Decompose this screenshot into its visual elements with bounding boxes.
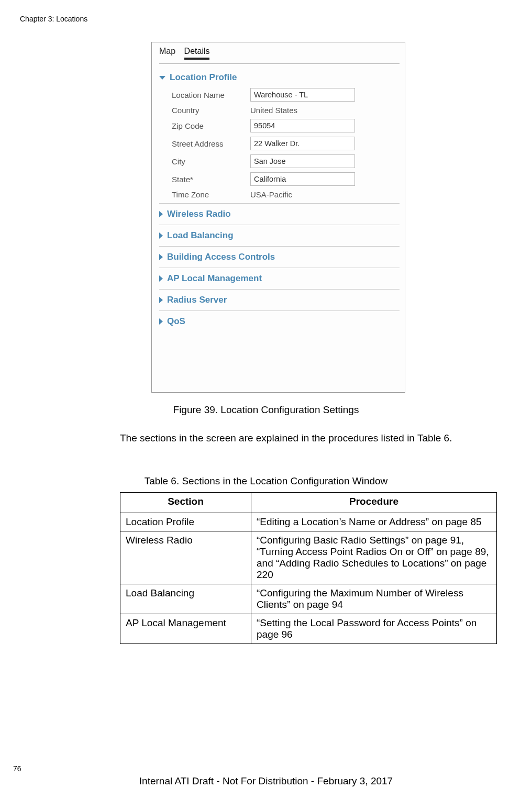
label-zip: Zip Code [172,121,250,130]
tab-divider [159,63,400,64]
input-zip[interactable] [250,119,355,132]
divider [159,310,400,311]
value-country: United States [250,106,297,115]
row-location-name: Location Name [172,88,400,102]
section-title: Radius Server [167,295,227,305]
section-building-access[interactable]: Building Access Controls [159,252,400,262]
caret-right-icon [159,297,163,303]
label-state: State* [172,175,250,184]
section-ap-local[interactable]: AP Local Management [159,273,400,284]
footer-text: Internal ATI Draft - Not For Distributio… [0,775,532,787]
chapter-header: Chapter 3: Locations [20,15,87,23]
cell-section: Wireless Radio [120,531,251,584]
row-city: City [172,154,400,168]
cell-section: Load Balancing [120,584,251,614]
cell-procedure: “Configuring the Maximum Number of Wirel… [251,584,497,614]
row-country: Country United States [172,106,400,115]
row-timezone: Time Zone USA-Pacific [172,190,400,199]
label-street: Street Address [172,139,250,148]
divider [159,246,400,247]
caret-right-icon [159,232,163,239]
caret-right-icon [159,318,163,325]
label-location-name: Location Name [172,91,250,99]
row-state: State* [172,172,400,186]
label-country: Country [172,106,250,115]
divider [159,203,400,204]
input-street[interactable] [250,137,355,150]
cell-procedure: “Setting the Local Password for Access P… [251,614,497,644]
sections-table: Section Procedure Location Profile “Edit… [120,492,497,644]
body-paragraph: The sections in the screen are explained… [120,431,497,445]
row-street: Street Address [172,137,400,150]
th-procedure: Procedure [251,493,497,513]
figure-screenshot: Map Details Location Profile Location Na… [151,42,405,393]
section-title: Location Profile [170,72,237,83]
section-title: Wireless Radio [167,209,231,219]
section-title: Load Balancing [167,230,234,241]
cell-section: AP Local Management [120,614,251,644]
cell-procedure: “Configuring Basic Radio Settings” on pa… [251,531,497,584]
figure-caption: Figure 39. Location Configuration Settin… [0,404,532,416]
row-zip: Zip Code [172,119,400,132]
input-state[interactable] [250,172,355,186]
caret-right-icon [159,275,163,282]
section-radius[interactable]: Radius Server [159,295,400,305]
input-city[interactable] [250,154,355,168]
section-title: AP Local Management [167,273,262,284]
section-title: Building Access Controls [167,252,275,262]
value-timezone: USA-Pacific [250,190,292,199]
tab-details[interactable]: Details [184,47,210,60]
cell-section: Location Profile [120,513,251,531]
section-qos[interactable]: QoS [159,316,400,327]
table-caption: Table 6. Sections in the Location Config… [0,475,532,487]
label-city: City [172,157,250,166]
table-row: Load Balancing “Configuring the Maximum … [120,584,497,614]
caret-right-icon [159,211,163,217]
cell-procedure: “Editing a Location’s Name or Address” o… [251,513,497,531]
table-row: AP Local Management “Setting the Local P… [120,614,497,644]
divider [159,289,400,290]
th-section: Section [120,493,251,513]
section-load-balancing[interactable]: Load Balancing [159,230,400,241]
table-row: Wireless Radio “Configuring Basic Radio … [120,531,497,584]
caret-down-icon [159,76,165,80]
caret-right-icon [159,254,163,260]
section-title: QoS [167,316,185,327]
tab-bar: Map Details [159,47,400,60]
label-timezone: Time Zone [172,190,250,199]
section-wireless-radio[interactable]: Wireless Radio [159,209,400,219]
table-row: Location Profile “Editing a Location’s N… [120,513,497,531]
input-location-name[interactable] [250,88,355,102]
divider [159,225,400,225]
tab-map[interactable]: Map [159,47,175,58]
divider [159,268,400,268]
section-location-profile[interactable]: Location Profile [159,72,400,83]
page-number: 76 [13,764,21,773]
